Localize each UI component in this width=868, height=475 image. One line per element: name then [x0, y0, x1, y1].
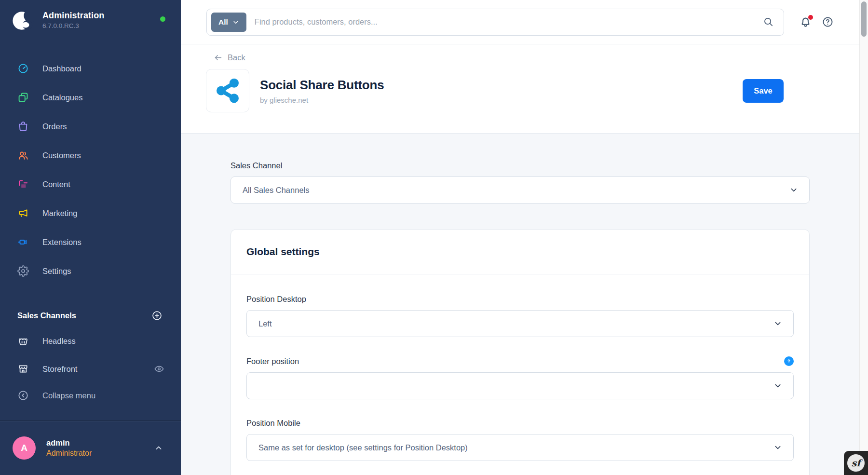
chevron-down-icon	[790, 186, 798, 194]
chevron-down-icon	[232, 19, 239, 26]
share-icon	[213, 76, 243, 106]
user-menu[interactable]: A admin Administrator	[0, 421, 181, 475]
storefront-icon	[17, 363, 29, 375]
position-mobile-field: Position Mobile Same as set for desktop …	[246, 419, 794, 461]
avatar: A	[13, 436, 36, 460]
sidebar-item-extensions[interactable]: Extensions	[0, 228, 181, 257]
notifications-bell-icon[interactable]	[799, 15, 812, 28]
sidebar-item-label: Dashboard	[42, 64, 81, 73]
online-status-dot	[160, 16, 165, 22]
help-question-icon[interactable]	[822, 16, 834, 28]
field-label: Footer position	[246, 357, 299, 366]
sidebar-item-label: Orders	[42, 122, 67, 131]
sidebar-item-label: Storefront	[42, 365, 77, 374]
content-icon	[17, 178, 29, 190]
sidebar-item-label: Headless	[42, 337, 76, 346]
search-input[interactable]	[246, 17, 763, 27]
sidebar-item-settings[interactable]: Settings	[0, 257, 181, 285]
sales-channel-value: All Sales Channels	[243, 186, 310, 195]
position-desktop-select[interactable]: Left	[246, 310, 794, 337]
search-scope-button[interactable]: All	[211, 13, 246, 32]
sidebar-item-label: Extensions	[42, 238, 81, 247]
sidebar-item-storefront[interactable]: Storefront	[0, 355, 181, 383]
chevron-down-icon	[774, 382, 782, 390]
sidebar-item-content[interactable]: Content	[0, 170, 181, 199]
page-scrollbar	[859, 0, 868, 475]
arrow-left-icon	[214, 53, 223, 62]
marketing-icon	[17, 207, 29, 219]
add-sales-channel-button[interactable]	[151, 310, 163, 321]
collapse-menu-label: Collapse menu	[42, 391, 95, 400]
main-area: All	[181, 0, 868, 475]
card-title: Global settings	[246, 246, 320, 258]
symfony-toolbar-toggle[interactable]: sf	[844, 451, 868, 475]
extensions-icon	[17, 236, 29, 248]
chevron-up-icon	[154, 443, 163, 453]
sidebar-item-label: Catalogues	[42, 93, 82, 102]
user-name: admin	[46, 438, 92, 448]
sidebar: Administration 6.7.0.0.RC.3 Dashboard	[0, 0, 181, 475]
sidebar-item-label: Customers	[42, 151, 81, 160]
main-navigation: Dashboard Catalogues Ord	[0, 54, 181, 285]
settings-gear-icon	[17, 265, 29, 277]
shopware-logo-icon	[12, 10, 34, 32]
collapse-menu-button[interactable]: Collapse menu	[0, 383, 181, 408]
sidebar-item-orders[interactable]: Orders	[0, 112, 181, 141]
symfony-logo-icon: sf	[847, 454, 865, 472]
footer-position-select[interactable]	[246, 372, 794, 399]
back-label: Back	[228, 53, 245, 62]
save-button[interactable]: Save	[743, 79, 784, 103]
sidebar-item-marketing[interactable]: Marketing	[0, 199, 181, 228]
page-title: Social Share Buttons	[260, 78, 384, 93]
app-version: 6.7.0.0.RC.3	[42, 22, 104, 29]
eye-icon[interactable]	[154, 364, 164, 374]
sidebar-item-dashboard[interactable]: Dashboard	[0, 54, 181, 83]
extension-icon-card	[206, 69, 249, 112]
sales-channels-heading-row: Sales Channels	[0, 304, 181, 327]
back-link[interactable]: Back	[214, 53, 245, 62]
sidebar-item-label: Content	[42, 180, 70, 189]
app-title: Administration	[42, 11, 104, 21]
search-icon[interactable]	[763, 16, 774, 27]
position-desktop-field: Position Desktop Left	[246, 295, 794, 337]
topbar: All	[181, 0, 868, 44]
field-help-icon[interactable]	[784, 356, 794, 366]
sales-channel-field: Sales Channel All Sales Channels	[231, 161, 810, 204]
customers-icon	[17, 149, 29, 161]
sidebar-item-label: Settings	[42, 267, 71, 276]
user-role: Administrator	[46, 449, 92, 458]
sidebar-item-label: Marketing	[42, 209, 77, 218]
search-scope-label: All	[218, 18, 228, 27]
sidebar-item-catalogues[interactable]: Catalogues	[0, 83, 181, 112]
dashboard-icon	[17, 63, 29, 74]
field-label: Position Desktop	[246, 295, 306, 304]
chevron-down-icon	[774, 444, 782, 451]
chevron-left-circle-icon	[17, 390, 29, 401]
position-mobile-select[interactable]: Same as set for desktop (see settings fo…	[246, 434, 794, 461]
sidebar-item-headless[interactable]: Headless	[0, 327, 181, 355]
settings-content: Sales Channel All Sales Channels Global …	[181, 134, 868, 475]
select-value: Same as set for desktop (see settings fo…	[258, 443, 468, 452]
orders-icon	[17, 121, 29, 132]
extension-byline: by gliesche.net	[260, 96, 384, 104]
sidebar-item-customers[interactable]: Customers	[0, 141, 181, 170]
basket-icon	[17, 335, 29, 347]
select-value: Left	[258, 319, 272, 328]
field-label: Position Mobile	[246, 419, 300, 428]
scrollbar-thumb[interactable]	[861, 1, 867, 37]
notification-badge	[808, 15, 813, 20]
shopware-admin-app: Administration 6.7.0.0.RC.3 Dashboard	[0, 0, 868, 475]
footer-position-field: Footer position	[246, 356, 794, 399]
sales-channel-label: Sales Channel	[231, 161, 282, 170]
sales-channel-select[interactable]: All Sales Channels	[231, 176, 810, 204]
catalogues-icon	[17, 92, 29, 103]
sales-channels-heading: Sales Channels	[17, 311, 76, 320]
smart-bar: Back So	[181, 44, 868, 134]
global-settings-card: Global settings Position Desktop Left	[231, 229, 810, 475]
global-search-bar: All	[206, 9, 784, 36]
chevron-down-icon	[774, 320, 782, 327]
logo-row: Administration 6.7.0.0.RC.3	[0, 0, 181, 32]
